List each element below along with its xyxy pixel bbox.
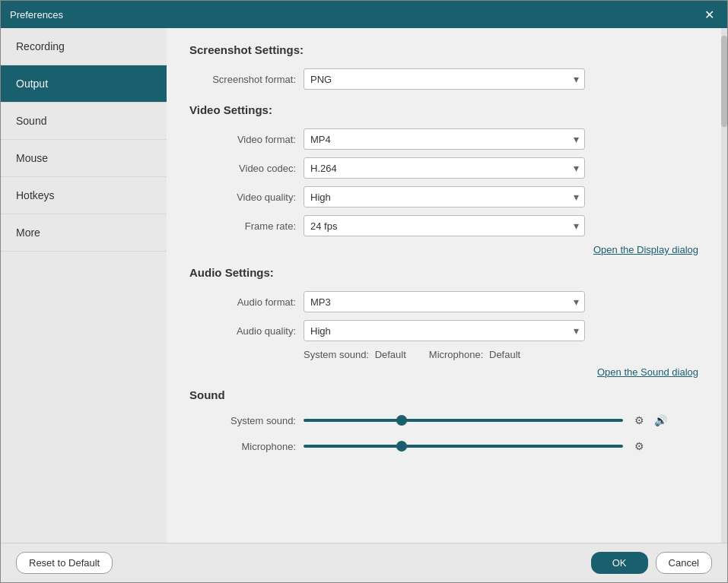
- content-area: Screenshot Settings: Screenshot format: …: [167, 28, 721, 543]
- sidebar-item-recording[interactable]: Recording: [1, 28, 167, 65]
- video-quality-row: Video quality: High Medium Low: [189, 186, 698, 208]
- ok-button[interactable]: OK: [591, 552, 648, 574]
- microphone-settings-icon[interactable]: ⚙: [631, 438, 647, 455]
- sidebar-item-more[interactable]: More: [1, 214, 167, 252]
- video-quality-select[interactable]: High Medium Low: [304, 186, 585, 208]
- footer: Reset to Default OK Cancel: [1, 543, 727, 582]
- open-sound-dialog-link[interactable]: Open the Sound dialog: [597, 366, 698, 378]
- video-section-title: Video Settings:: [189, 103, 698, 116]
- system-sound-slider-label: System sound:: [189, 415, 296, 426]
- screenshot-format-label: Screenshot format:: [189, 74, 296, 85]
- sidebar-item-mouse[interactable]: Mouse: [1, 140, 167, 177]
- window-title: Preferences: [10, 9, 63, 21]
- sidebar: Recording Output Sound Mouse Hotkeys Mor…: [1, 28, 167, 543]
- microphone-slider-row: Microphone: ⚙: [189, 438, 698, 455]
- frame-rate-label: Frame rate:: [189, 220, 296, 232]
- system-sound-slider-row: System sound: ⚙ 🔊: [189, 412, 698, 429]
- footer-right: OK Cancel: [591, 552, 712, 574]
- sound-link-row: Open the Sound dialog: [189, 366, 698, 378]
- audio-section-title: Audio Settings:: [189, 266, 698, 279]
- audio-quality-row: Audio quality: High Medium Low: [189, 320, 698, 341]
- footer-left: Reset to Default: [16, 552, 591, 574]
- video-format-row: Video format: MP4 AVI MOV: [189, 128, 698, 150]
- main-area: Recording Output Sound Mouse Hotkeys Mor…: [1, 28, 727, 543]
- microphone-info: Microphone: Default: [429, 349, 520, 360]
- speaker-icon[interactable]: 🔊: [652, 412, 669, 429]
- video-format-label: Video format:: [189, 134, 296, 145]
- audio-format-label: Audio format:: [189, 296, 296, 308]
- video-codec-select-wrapper: H.264 H.265 VP9: [304, 157, 585, 179]
- audio-format-select[interactable]: MP3 AAC WAV: [304, 291, 585, 312]
- cancel-button[interactable]: Cancel: [656, 552, 712, 574]
- screenshot-format-row: Screenshot format: PNG JPG BMP: [189, 68, 698, 90]
- microphone-slider-wrapper: ⚙: [304, 438, 698, 455]
- audio-quality-select[interactable]: High Medium Low: [304, 320, 585, 341]
- settings-icon[interactable]: ⚙: [631, 412, 647, 429]
- close-button[interactable]: ✕: [700, 5, 718, 24]
- open-display-dialog-link[interactable]: Open the Display dialog: [593, 244, 698, 255]
- video-quality-label: Video quality:: [189, 192, 296, 203]
- audio-format-select-wrapper: MP3 AAC WAV: [304, 291, 585, 312]
- video-codec-label: Video codec:: [189, 163, 296, 174]
- screenshot-format-select-wrapper: PNG JPG BMP: [304, 68, 585, 90]
- titlebar: Preferences ✕: [1, 1, 727, 28]
- frame-rate-select[interactable]: 24 fps 30 fps 60 fps: [304, 215, 585, 236]
- frame-rate-select-wrapper: 24 fps 30 fps 60 fps: [304, 215, 585, 236]
- audio-quality-select-wrapper: High Medium Low: [304, 320, 585, 341]
- microphone-slider[interactable]: [304, 445, 623, 448]
- microphone-icons: ⚙: [631, 438, 647, 455]
- frame-rate-row: Frame rate: 24 fps 30 fps 60 fps: [189, 215, 698, 236]
- system-sound-slider-wrapper: ⚙ 🔊: [304, 412, 698, 429]
- sidebar-item-hotkeys[interactable]: Hotkeys: [1, 177, 167, 214]
- reset-to-default-button[interactable]: Reset to Default: [16, 552, 113, 574]
- audio-info-row: System sound: Default Microphone: Defaul…: [304, 349, 698, 360]
- audio-quality-label: Audio quality:: [189, 325, 296, 337]
- microphone-slider-label: Microphone:: [189, 441, 296, 452]
- system-sound-icons: ⚙ 🔊: [631, 412, 669, 429]
- audio-format-row: Audio format: MP3 AAC WAV: [189, 291, 698, 312]
- screenshot-format-select[interactable]: PNG JPG BMP: [304, 68, 585, 90]
- system-sound-info: System sound: Default: [304, 349, 406, 360]
- sidebar-item-sound[interactable]: Sound: [1, 103, 167, 140]
- video-format-select[interactable]: MP4 AVI MOV: [304, 128, 585, 150]
- video-format-select-wrapper: MP4 AVI MOV: [304, 128, 585, 150]
- screenshot-section-title: Screenshot Settings:: [189, 43, 698, 56]
- sidebar-item-output[interactable]: Output: [1, 65, 167, 103]
- sound-section-title: Sound: [189, 388, 698, 401]
- video-codec-row: Video codec: H.264 H.265 VP9: [189, 157, 698, 179]
- video-codec-select[interactable]: H.264 H.265 VP9: [304, 157, 585, 179]
- scrollbar-track: [721, 28, 727, 543]
- display-link-row: Open the Display dialog: [189, 244, 698, 255]
- preferences-window: Preferences ✕ Recording Output Sound Mou…: [0, 0, 728, 583]
- scrollbar-thumb[interactable]: [721, 36, 727, 127]
- video-quality-select-wrapper: High Medium Low: [304, 186, 585, 208]
- system-sound-slider[interactable]: [304, 419, 623, 422]
